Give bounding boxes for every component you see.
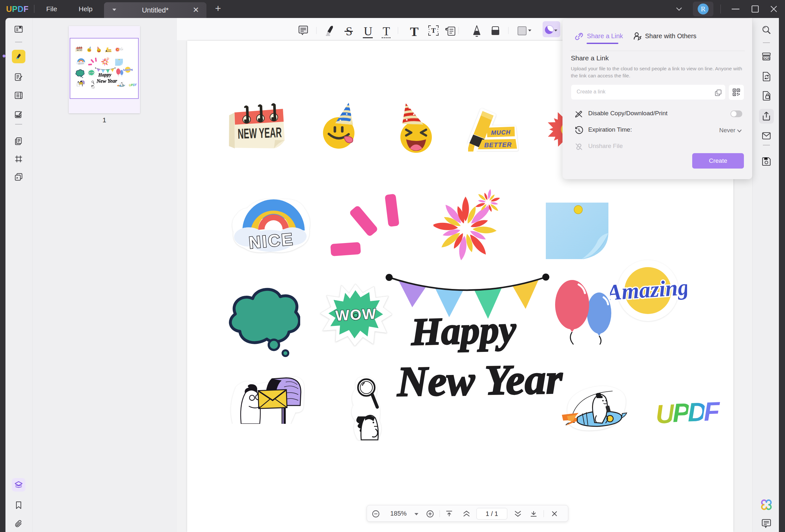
svg-text:NICE: NICE	[248, 230, 295, 252]
svg-text:T: T	[431, 27, 436, 34]
svg-text:MUCH: MUCH	[108, 49, 111, 50]
svg-text:NEW YEAR: NEW YEAR	[237, 124, 282, 142]
svg-text:MUCH: MUCH	[491, 129, 511, 136]
svg-text:BETTER: BETTER	[484, 141, 512, 148]
svg-text:OCR: OCR	[763, 57, 770, 60]
svg-text:NEW YEAR: NEW YEAR	[77, 49, 82, 51]
svg-text:F: F	[703, 397, 721, 426]
svg-text:BETTER: BETTER	[107, 51, 111, 52]
svg-text:F: F	[135, 83, 137, 86]
